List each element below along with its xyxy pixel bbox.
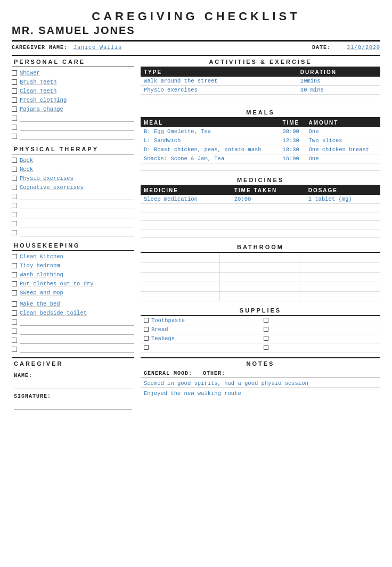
checkbox[interactable] [12, 203, 17, 208]
supply-label: Teabags [151, 335, 175, 342]
checkbox[interactable] [12, 185, 17, 190]
supplies-heading: SUPPLIES [141, 305, 380, 315]
checkbox[interactable] [12, 158, 17, 163]
caregiver-signature-label: SIGNATURE: [14, 393, 134, 399]
general-mood-label: GENERAL MOOD: [144, 371, 192, 376]
table-row-blank [141, 272, 380, 282]
checkbox[interactable] [12, 281, 17, 286]
checkbox[interactable] [12, 328, 17, 334]
checkbox[interactable] [264, 327, 268, 332]
blank-checklist-line [12, 210, 134, 218]
caregiver-name-field-line [14, 381, 132, 389]
table-row-blank [141, 95, 380, 103]
meal-time: 16:00 [279, 154, 305, 163]
right-column: ACTIVITIES & EXERCISE TYPE DURATION Walk… [141, 56, 380, 354]
checklist-label: Brush Teeth [20, 79, 56, 85]
list-item: Neck [12, 165, 134, 174]
checkbox[interactable] [12, 194, 17, 199]
checkbox[interactable] [264, 318, 268, 323]
date-label: DATE: [312, 45, 331, 51]
checkbox[interactable] [12, 106, 17, 112]
checkbox[interactable] [12, 134, 17, 139]
checkbox[interactable] [12, 347, 17, 352]
list-item: Back [12, 156, 134, 165]
table-row: Snacks: Scone & Jam, Tea 16:00 One [141, 154, 380, 163]
meal-name: D: Roast chicken, peas, potato mash [141, 145, 279, 154]
blank-checklist-line [12, 228, 134, 236]
checkbox[interactable] [144, 345, 149, 350]
checkbox[interactable] [12, 176, 17, 181]
checkbox[interactable] [12, 230, 17, 235]
blank-checklist-line [12, 318, 134, 326]
meals-heading: MEALS [141, 106, 380, 117]
checklist-label: Put clothes out to dry [20, 281, 94, 287]
list-item: Clean Teeth [12, 87, 134, 95]
medicine-time: 20:00 [231, 195, 305, 204]
checkbox[interactable] [12, 272, 17, 277]
medicines-col-medicine: MEDICINE [141, 186, 231, 195]
checkbox[interactable] [12, 212, 17, 217]
checkbox[interactable] [144, 318, 149, 323]
checkbox[interactable] [264, 336, 268, 341]
meal-name: Snacks: Scone & Jam, Tea [141, 154, 279, 163]
checkbox[interactable] [12, 70, 17, 76]
housekeeping-heading: HOUSEKEEPING [12, 240, 134, 250]
caregiver-name-field-label: NAME: [14, 373, 134, 379]
checklist-label: Clean Kitchen [20, 253, 63, 260]
checkbox[interactable] [12, 290, 17, 295]
checklist-label: Tidy bedroom [20, 262, 60, 269]
checkbox[interactable] [144, 327, 149, 332]
checkbox[interactable] [12, 167, 17, 172]
meal-time: 08:00 [279, 127, 305, 136]
physical-therapy-list: Back Neck Physio exercises Cognative exe… [12, 156, 134, 236]
supply-label: Toothpaste [151, 317, 185, 324]
meals-table: MEAL TIME AMOUNT B: Egg Omelette, Tea 08… [141, 118, 380, 171]
list-item: Tidy bedroom [12, 261, 134, 270]
caregiver-info-row: CAREGIVER NAME: Janice Wallis DATE: 31/8… [12, 45, 380, 51]
checkbox[interactable] [264, 345, 268, 350]
checklist-label: Clean Teeth [20, 88, 56, 94]
activities-col-duration: DURATION [297, 68, 380, 77]
table-row: L: Sandwich 12:30 Two slices [141, 136, 380, 145]
blank-checklist-line [12, 123, 134, 131]
supply-item [141, 343, 260, 352]
table-row-blank [141, 291, 380, 301]
notes-section: NOTES GENERAL MOOD: OTHER: Seemed in goo… [141, 357, 380, 414]
checkbox[interactable] [12, 301, 17, 307]
checkbox[interactable] [12, 338, 17, 343]
checkbox[interactable] [12, 97, 17, 103]
checklist-label: Make the bed [20, 301, 60, 307]
list-item: Wash clothing [12, 270, 134, 279]
personal-care-heading: PERSONAL CARE [12, 56, 134, 67]
checkbox[interactable] [12, 254, 17, 259]
activity-type: Physio exercises [141, 86, 297, 95]
table-row-blank [141, 163, 380, 171]
checkbox[interactable] [12, 221, 17, 226]
supply-label: Bread [151, 326, 168, 333]
checklist-label: Pajama change [20, 106, 63, 112]
supply-item [260, 316, 380, 325]
meal-name: B: Egg Omelette, Tea [141, 127, 279, 136]
checkbox[interactable] [12, 116, 17, 121]
checklist-label: Back [20, 157, 33, 163]
list-item: Make the bed [12, 300, 134, 308]
list-item: Sweep and mop [12, 289, 134, 297]
list-item: Brush Teeth [12, 78, 134, 86]
checkbox[interactable] [12, 310, 17, 316]
list-item: Put clothes out to dry [12, 280, 134, 288]
checklist-label: Physio exercises [20, 175, 74, 182]
checkbox[interactable] [12, 79, 17, 85]
table-row-blank [141, 253, 380, 262]
meal-amount: One [306, 154, 380, 163]
checkbox[interactable] [12, 319, 17, 325]
supply-item: Teabags [141, 334, 260, 343]
activity-duration: 20mins [297, 77, 380, 86]
blank-checklist-line [12, 327, 134, 335]
checkbox[interactable] [12, 263, 17, 268]
checkbox[interactable] [12, 88, 17, 94]
checkbox[interactable] [144, 336, 149, 341]
blank-checklist-line [12, 201, 134, 209]
checkbox[interactable] [12, 125, 17, 130]
supply-item [260, 343, 380, 352]
blank-checklist-line [12, 114, 134, 122]
